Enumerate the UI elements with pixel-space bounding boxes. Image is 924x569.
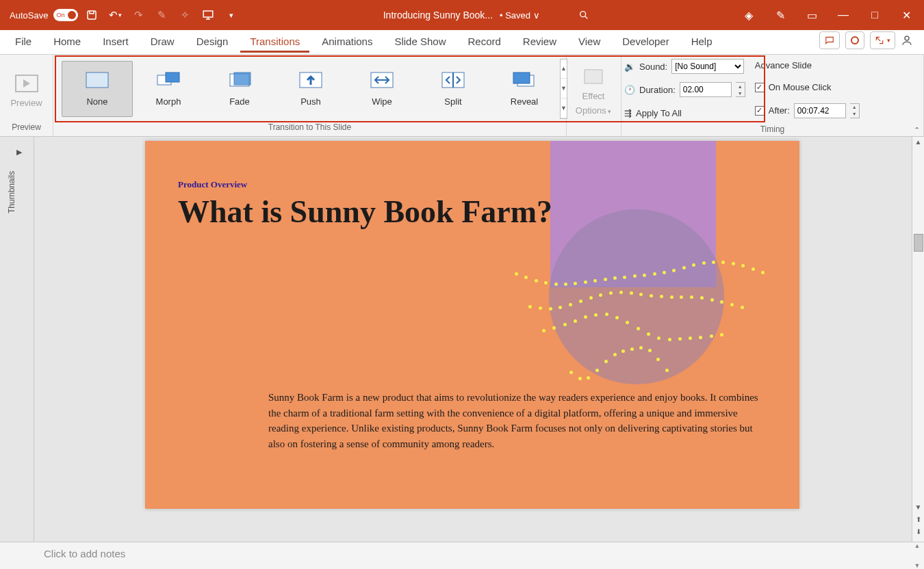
svg-rect-1 — [204, 11, 214, 17]
svg-rect-15 — [585, 70, 602, 83]
search-icon[interactable] — [574, 5, 593, 25]
editor-body: ▶ Thumbnails Product Overview What is Su… — [0, 137, 924, 542]
gallery-more-icon[interactable]: ▼ — [561, 98, 567, 118]
tab-transitions[interactable]: Transitions — [240, 31, 309, 53]
scroll-thumb[interactable] — [914, 234, 923, 252]
push-icon — [298, 70, 323, 90]
slide-canvas[interactable]: Product Overview What is Sunny Book Farm… — [145, 141, 799, 509]
slide-body[interactable]: Sunny Book Farm is a new product that ai… — [268, 390, 758, 451]
record-button[interactable] — [845, 31, 864, 49]
svg-rect-5 — [86, 72, 108, 88]
group-transition-label: Transition to This Slide — [53, 122, 566, 136]
after-label: After: — [769, 105, 790, 116]
coming-soon-icon[interactable]: ◈ — [735, 5, 762, 25]
qat-customize-icon[interactable]: ▾ — [222, 5, 241, 25]
autosave-toggle[interactable]: On — [53, 9, 78, 21]
slide-title[interactable]: What is Sunny Book Farm? — [178, 194, 552, 230]
thumbnails-expand-icon[interactable]: ▶ — [16, 148, 22, 157]
effect-options-button[interactable]: Effect Options ▾ — [569, 62, 617, 116]
titlebar-center: Introducing Sunny Book... • Saved ∨ — [241, 5, 735, 25]
svg-rect-7 — [166, 72, 179, 82]
tab-design[interactable]: Design — [187, 31, 238, 53]
vertical-scrollbar[interactable]: ▲ ▼ ⬆ ⬇ — [912, 137, 924, 542]
timing-left-col: 🔉 Sound: [No Sound] 🕐 Duration: ▲▼ ⇶ App… — [624, 57, 745, 122]
slide-overline[interactable]: Product Overview — [178, 179, 247, 190]
notes-placeholder: Click to add notes — [44, 548, 125, 559]
wipe-icon — [370, 70, 394, 90]
tab-animations[interactable]: Animations — [312, 31, 382, 53]
qat-tool-2-icon[interactable]: ✧ — [175, 5, 194, 25]
scroll-up-icon[interactable]: ▲ — [915, 138, 922, 149]
group-effect: Effect Options ▾ — [567, 55, 621, 136]
slide-area[interactable]: Product Overview What is Sunny Book Farm… — [34, 137, 912, 542]
gallery-down-icon[interactable]: ▼ — [561, 79, 567, 98]
apply-to-all-button[interactable]: ⇶ Apply To All — [624, 104, 745, 122]
account-icon[interactable] — [901, 34, 917, 47]
document-title[interactable]: Introducing Sunny Book... — [383, 10, 493, 21]
on-mouse-label: On Mouse Click — [769, 82, 832, 92]
undo-icon[interactable]: ↶▾ — [105, 5, 125, 25]
qat: AutoSave On ↶▾ ↷ ✎ ✧ ▾ — [4, 5, 241, 25]
tab-record[interactable]: Record — [458, 31, 510, 53]
tab-developer[interactable]: Developer — [613, 31, 678, 53]
tab-review[interactable]: Review — [513, 31, 566, 53]
collapse-ribbon-icon[interactable]: ⌃ — [914, 126, 920, 135]
qat-tool-1-icon[interactable]: ✎ — [152, 5, 171, 25]
decorative-circle — [549, 209, 724, 384]
pen-icon[interactable]: ✎ — [767, 5, 794, 25]
prev-slide-icon[interactable]: ⬆ — [916, 516, 921, 527]
transition-split[interactable]: Split — [418, 61, 489, 117]
duration-input[interactable] — [680, 82, 732, 97]
present-icon[interactable] — [198, 5, 218, 25]
split-icon — [441, 70, 465, 90]
on-mouse-checkbox[interactable]: ✓ — [755, 83, 765, 92]
after-input[interactable] — [794, 103, 846, 118]
ribbon-mode-icon[interactable]: ▭ — [798, 5, 825, 25]
scroll-down-icon[interactable]: ▼ — [915, 503, 922, 514]
transition-push[interactable]: Push — [275, 61, 346, 117]
transition-fade[interactable]: Fade — [204, 61, 275, 117]
thumbnails-panel[interactable]: ▶ Thumbnails — [0, 137, 34, 542]
svg-point-3 — [905, 36, 909, 40]
group-preview-label: Preview — [0, 122, 53, 136]
morph-icon — [156, 70, 181, 90]
tab-insert[interactable]: Insert — [93, 31, 138, 53]
tab-help[interactable]: Help — [682, 31, 722, 53]
svg-rect-0 — [88, 11, 96, 19]
notes-scrollbar[interactable]: ▲▼ — [912, 542, 923, 569]
gallery-scroll[interactable]: ▲ ▼ ▼ — [560, 59, 567, 119]
after-spinner[interactable]: ▲▼ — [850, 103, 860, 118]
maximize-button[interactable]: □ — [861, 5, 888, 25]
close-button[interactable]: ✕ — [893, 5, 920, 25]
save-icon[interactable] — [82, 5, 101, 25]
preview-button[interactable]: Preview — [3, 69, 50, 108]
share-button[interactable]: ▾ — [870, 31, 895, 49]
comments-button[interactable] — [819, 31, 840, 49]
duration-icon: 🕐 — [624, 85, 635, 95]
transition-reveal[interactable]: Reveal — [489, 61, 560, 117]
tab-file[interactable]: File — [5, 31, 41, 53]
tab-strip: File Home Insert Draw Design Transitions… — [0, 30, 924, 55]
minimize-button[interactable]: — — [830, 5, 857, 25]
group-timing-label: Timing — [621, 124, 923, 137]
notes-pane[interactable]: Click to add notes ▲▼ — [0, 542, 924, 569]
thumbnails-label: Thumbnails — [7, 171, 16, 213]
transition-gallery: None Morph Fade Push Wipe — [56, 61, 560, 117]
tab-slideshow[interactable]: Slide Show — [385, 31, 455, 53]
svg-point-2 — [580, 12, 585, 17]
transition-none[interactable]: None — [62, 61, 133, 117]
tab-view[interactable]: View — [569, 31, 610, 53]
next-slide-icon[interactable]: ⬇ — [916, 528, 921, 539]
gallery-up-icon[interactable]: ▲ — [561, 59, 567, 79]
duration-spinner[interactable]: ▲▼ — [736, 82, 745, 97]
save-status[interactable]: • Saved ∨ — [500, 10, 540, 21]
transition-wipe[interactable]: Wipe — [346, 61, 418, 117]
tab-home[interactable]: Home — [44, 31, 90, 53]
sound-select[interactable]: [No Sound] — [671, 59, 744, 74]
transition-morph[interactable]: Morph — [133, 61, 204, 117]
preview-icon — [14, 73, 39, 94]
svg-rect-14 — [513, 72, 530, 83]
after-checkbox[interactable]: ✓ — [755, 106, 765, 116]
redo-icon[interactable]: ↷ — [129, 5, 148, 25]
tab-draw[interactable]: Draw — [141, 31, 184, 53]
